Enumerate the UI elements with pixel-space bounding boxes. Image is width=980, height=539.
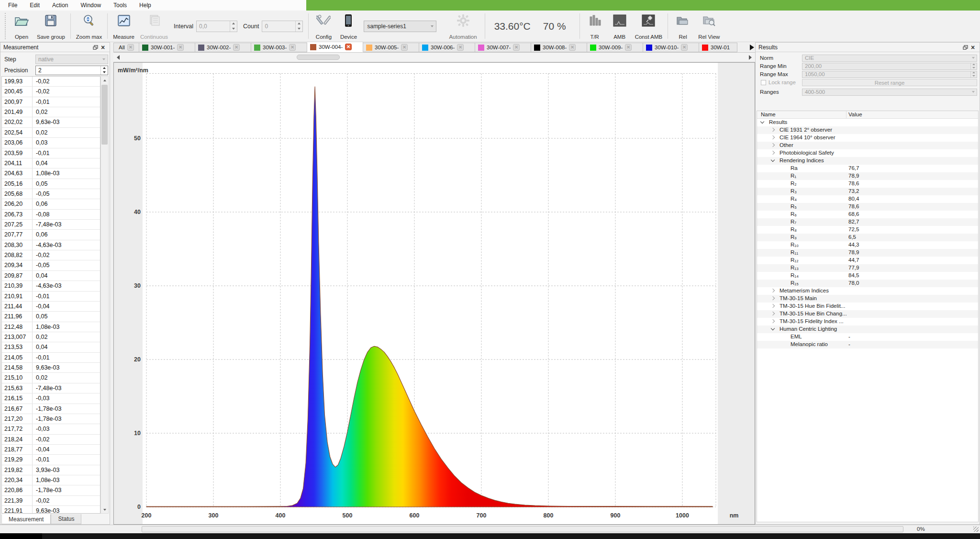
table-row[interactable]: 215,63-7,48e-03 <box>2 383 100 393</box>
chevron-right-icon[interactable] <box>771 319 775 323</box>
tree-row[interactable]: R₆68,6 <box>757 211 978 218</box>
table-row[interactable]: 205,68-0,05 <box>2 189 100 199</box>
count-spin-arrows[interactable] <box>295 21 302 32</box>
bottom-tab-measurement[interactable]: Measurement <box>1 514 51 524</box>
count-spinbox[interactable]: 0 <box>262 21 303 32</box>
table-row[interactable]: 209,34-0,05 <box>2 260 100 270</box>
table-row[interactable]: 205,160,05 <box>2 179 100 189</box>
tree-row[interactable]: R₁78,9 <box>757 172 978 180</box>
rel-view-button[interactable]: Rel View <box>695 11 723 41</box>
table-row[interactable]: 200,97-0,01 <box>2 97 100 107</box>
tree-row[interactable]: CIE 1931 2° observer <box>757 126 978 134</box>
ranges-combobox[interactable]: 400-500 <box>802 89 977 96</box>
table-row[interactable]: 203,59-0,01 <box>2 148 100 158</box>
interval-spinbox[interactable]: 0,0 <box>196 21 237 32</box>
table-row[interactable]: 211,44-0,04 <box>2 302 100 312</box>
tab-close-icon[interactable]: ✕ <box>345 44 352 50</box>
chevron-right-icon[interactable] <box>771 312 775 315</box>
measurement-table-scrollbar[interactable] <box>100 76 109 514</box>
tree-row[interactable]: Photobiological Safety <box>757 149 978 157</box>
table-row[interactable]: 217,72-0,03 <box>2 424 100 434</box>
table-row[interactable]: 219,29-0,01 <box>2 455 100 465</box>
tree-row[interactable]: TM-30-15 Fidelity Index ... <box>757 318 978 326</box>
chevron-down-icon[interactable] <box>760 120 764 124</box>
tree-row[interactable]: R₁₂44,7 <box>757 257 978 264</box>
hscrollbar-thumb[interactable] <box>297 55 340 60</box>
chevron-right-icon[interactable] <box>771 289 775 292</box>
tree-row[interactable]: TM-30-15 Main <box>757 295 978 303</box>
tab-scroll-indicator-icon[interactable] <box>750 45 754 50</box>
table-row[interactable]: 210,91-0,01 <box>2 292 100 302</box>
bottom-tab-status[interactable]: Status <box>51 514 81 524</box>
precision-spin-arrows[interactable] <box>100 66 108 75</box>
tree-row[interactable]: R₈72,5 <box>757 226 978 234</box>
float-panel-icon[interactable] <box>91 44 99 51</box>
automation-button[interactable]: Automation <box>446 11 479 41</box>
tree-row[interactable]: EML- <box>757 333 978 341</box>
open-button[interactable]: Open <box>9 11 34 41</box>
chart-tab-all[interactable]: All✕ <box>113 43 139 52</box>
scroll-up-arrow-icon[interactable] <box>101 77 108 84</box>
table-row[interactable]: 204,631,08e-03 <box>2 168 100 179</box>
chart-tab-30w-005-[interactable]: 30W-005-✕ <box>363 43 419 52</box>
table-row[interactable]: 213,0070,02 <box>2 332 100 342</box>
tree-row[interactable]: R₅78,6 <box>757 203 978 211</box>
const-amb-button[interactable]: Const AMB <box>632 11 666 41</box>
tree-row[interactable]: R₁₁78,9 <box>757 249 978 257</box>
table-row[interactable]: 207,25-7,48e-03 <box>2 220 100 230</box>
menu-item-edit[interactable]: Edit <box>23 0 46 11</box>
scroll-right-arrow-icon[interactable] <box>746 54 754 61</box>
scroll-down-arrow-icon[interactable] <box>101 506 108 513</box>
table-row[interactable]: 211,960,05 <box>2 312 100 322</box>
chart-tab-30w-002-[interactable]: 30W-002-✕ <box>195 43 251 52</box>
range-max-spin-arrows[interactable] <box>970 71 977 78</box>
table-row[interactable]: 218,24-0,02 <box>2 435 100 445</box>
table-row[interactable]: 216,15-0,03 <box>2 393 100 404</box>
spectrum-chart-svg[interactable]: 010203040502003004005006007008009001000n… <box>114 63 755 524</box>
table-row[interactable]: 202,029,63e-03 <box>2 117 100 127</box>
table-row[interactable]: 202,540,02 <box>2 128 100 138</box>
tree-row[interactable]: Ra76,7 <box>757 165 978 172</box>
tree-row[interactable]: R₃73,2 <box>757 188 978 195</box>
precision-spinbox[interactable]: 2 <box>35 66 108 75</box>
chart-tab-30w-004-[interactable]: 30W-004-✕ <box>307 42 363 52</box>
table-row[interactable]: 199,93-0,02 <box>2 77 100 87</box>
range-min-spinbox[interactable]: 200,00 <box>802 63 977 70</box>
chart-tab-30w-01[interactable]: 30W-01 <box>699 43 737 52</box>
menu-item-file[interactable]: File <box>2 0 23 11</box>
tree-row[interactable]: TM-30-15 Hue Bin Fidelit... <box>757 303 978 310</box>
chart-tab-30w-007-[interactable]: 30W-007-✕ <box>475 43 531 52</box>
chart-tab-30w-001-[interactable]: 30W-001-✕ <box>139 43 195 52</box>
step-combobox[interactable]: native <box>35 55 108 64</box>
zoom-max-button[interactable]: Zoom max <box>73 11 105 41</box>
chart-tab-30w-009-[interactable]: 30W-009-✕ <box>587 43 643 52</box>
tr-button[interactable]: T/R <box>582 11 607 41</box>
close-panel-icon[interactable]: × <box>969 44 977 51</box>
tree-row[interactable]: Human Centric Lighting <box>757 326 978 333</box>
tree-row[interactable]: R₁₄84,5 <box>757 272 978 280</box>
tree-row[interactable]: TM-30-15 Hue Bin Chang... <box>757 310 978 318</box>
tree-row[interactable]: R₁₃77,9 <box>757 264 978 272</box>
norm-combobox[interactable]: CIE <box>802 55 977 62</box>
tree-row[interactable]: Results <box>757 119 978 126</box>
tree-row[interactable]: CIE 1964 10° observer <box>757 134 978 142</box>
tab-close-icon[interactable]: ✕ <box>401 44 408 51</box>
save-group-button[interactable]: Save group <box>34 11 68 41</box>
series-combobox[interactable]: sample-series1 <box>364 21 436 32</box>
table-row[interactable]: 221,919,63e-03 <box>2 506 100 514</box>
measurement-table[interactable]: 199,93-0,02200,45-0,02200,97-0,01201,490… <box>1 76 100 514</box>
rel-button[interactable]: Rel <box>670 11 695 41</box>
chart-tab-30w-006-[interactable]: 30W-006-✕ <box>419 43 475 52</box>
table-row[interactable]: 217,20-1,78e-03 <box>2 414 100 424</box>
chart-tab-30w-010-[interactable]: 30W-010-✕ <box>643 43 699 52</box>
tab-close-icon[interactable]: ✕ <box>457 44 464 51</box>
chart-tab-30w-003-[interactable]: 30W-003-✕ <box>251 43 307 52</box>
tab-close-icon[interactable]: ✕ <box>625 44 632 51</box>
tab-close-icon[interactable]: ✕ <box>513 44 520 51</box>
tab-close-icon[interactable]: ✕ <box>177 44 184 51</box>
lock-range-checkbox[interactable] <box>761 80 766 85</box>
table-row[interactable]: 201,490,02 <box>2 107 100 117</box>
chevron-right-icon[interactable] <box>771 304 775 308</box>
chevron-down-icon[interactable] <box>771 158 775 162</box>
menu-item-action[interactable]: Action <box>46 0 74 11</box>
